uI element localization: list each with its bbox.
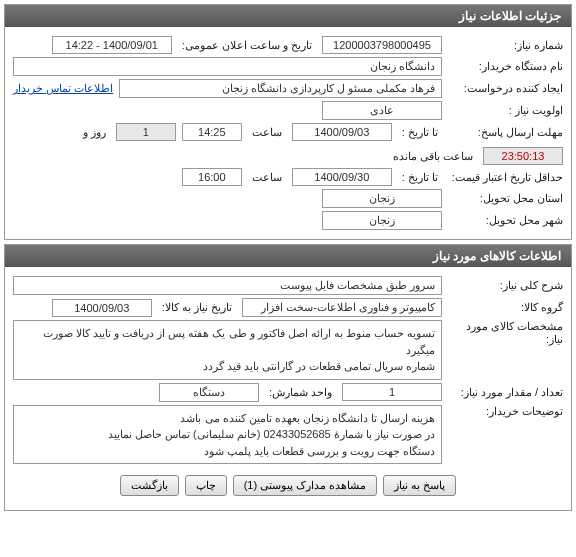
detail-panel: جزئیات اطلاعات نیاز شماره نیاز: 12000037…: [4, 4, 572, 240]
buyer-org-label: نام دستگاه خریدار:: [448, 60, 563, 73]
reply-time-value: 14:25: [182, 123, 242, 141]
buyer-notes-value: هزینه ارسال تا دانشگاه زنجان بعهده تامین…: [13, 405, 442, 465]
row-qty: تعداد / مقدار مورد نیاز: 1 واحد شمارش: د…: [13, 383, 563, 402]
req-no-value: 1200003798000495: [322, 36, 442, 54]
reply-button[interactable]: پاسخ به نیاز: [383, 475, 456, 496]
row-city: شهر محل تحویل: زنجان: [13, 211, 563, 230]
priority-label: اولویت نیاز :: [448, 104, 563, 117]
spec-value: تسویه حساب منوط به ارائه اصل فاکتور و طی…: [13, 320, 442, 380]
group-label: گروه کالا:: [448, 301, 563, 314]
row-reply-deadline: مهلت ارسال پاسخ: تا تاریخ : 1400/09/03 س…: [13, 123, 563, 165]
creator-value: فرهاد مکملی مسئو ل کارپردازی دانشگاه زنج…: [119, 79, 442, 98]
row-credit: حداقل تاریخ اعتبار قیمت: تا تاریخ : 1400…: [13, 168, 563, 186]
row-buyer-org: نام دستگاه خریدار: دانشگاه زنجان: [13, 57, 563, 76]
time-label-1: ساعت: [248, 126, 286, 139]
province-label: استان محل تحویل:: [448, 192, 563, 205]
province-value: زنجان: [322, 189, 442, 208]
goods-header: اطلاعات کالاهای مورد نیاز: [5, 245, 571, 267]
days-value: 1: [116, 123, 176, 141]
attachments-button[interactable]: مشاهده مدارک پیوستی (1): [233, 475, 378, 496]
print-button[interactable]: چاپ: [185, 475, 227, 496]
row-priority: اولویت نیاز : عادی: [13, 101, 563, 120]
row-creator: ایجاد کننده درخواست: فرهاد مکملی مسئو ل …: [13, 79, 563, 98]
contact-link[interactable]: اطلاعات تماس خریدار: [13, 82, 113, 95]
back-button[interactable]: بازگشت: [120, 475, 179, 496]
detail-header: جزئیات اطلاعات نیاز: [5, 5, 571, 27]
until-label-1: تا تاریخ :: [398, 126, 442, 139]
unit-label: واحد شمارش:: [265, 386, 336, 399]
priority-value: عادی: [322, 101, 442, 120]
row-province: استان محل تحویل: زنجان: [13, 189, 563, 208]
spec-label: مشخصات کالای مورد نیاز:: [448, 320, 563, 346]
row-buyer-notes: توضیحات خریدار: هزینه ارسال تا دانشگاه ز…: [13, 405, 563, 465]
reply-date-value: 1400/09/03: [292, 123, 392, 141]
desc-value: سرور طبق مشخصات فایل پیوست: [13, 276, 442, 295]
buyer-org-value: دانشگاه زنجان: [13, 57, 442, 76]
ann-date-label: تاریخ و ساعت اعلان عمومی:: [178, 39, 316, 52]
req-no-label: شماره نیاز:: [448, 39, 563, 52]
buyer-notes-label: توضیحات خریدار:: [448, 405, 563, 418]
countdown-value: 23:50:13: [483, 147, 563, 165]
button-row: پاسخ به نیاز مشاهده مدارک پیوستی (1) چاپ…: [13, 467, 563, 504]
qty-label: تعداد / مقدار مورد نیاز:: [448, 386, 563, 399]
creator-label: ایجاد کننده درخواست:: [448, 82, 563, 95]
detail-body: شماره نیاز: 1200003798000495 تاریخ و ساع…: [5, 27, 571, 239]
row-group: گروه کالا: کامپیوتر و فناوری اطلاعات-سخت…: [13, 298, 563, 317]
unit-value: دستگاه: [159, 383, 259, 402]
credit-date-value: 1400/09/30: [292, 168, 392, 186]
time-label-2: ساعت: [248, 171, 286, 184]
credit-label: حداقل تاریخ اعتبار قیمت:: [448, 171, 563, 184]
desc-label: شرح کلی نیاز:: [448, 279, 563, 292]
qty-value: 1: [342, 383, 442, 401]
row-req-no: شماره نیاز: 1200003798000495 تاریخ و ساع…: [13, 36, 563, 54]
city-label: شهر محل تحویل:: [448, 214, 563, 227]
days-label: روز و: [79, 126, 110, 139]
need-date-label: تاریخ نیاز به کالا:: [158, 301, 236, 314]
ann-date-value: 1400/09/01 - 14:22: [52, 36, 172, 54]
goods-panel: اطلاعات کالاهای مورد نیاز شرح کلی نیاز: …: [4, 244, 572, 511]
until-label-2: تا تاریخ :: [398, 171, 442, 184]
credit-time-value: 16:00: [182, 168, 242, 186]
group-value: کامپیوتر و فناوری اطلاعات-سخت افزار: [242, 298, 442, 317]
remain-label: ساعت باقی مانده: [389, 150, 477, 163]
goods-body: شرح کلی نیاز: سرور طبق مشخصات فایل پیوست…: [5, 267, 571, 510]
row-spec: مشخصات کالای مورد نیاز: تسویه حساب منوط …: [13, 320, 563, 380]
need-date-value: 1400/09/03: [52, 299, 152, 317]
reply-deadline-label: مهلت ارسال پاسخ:: [448, 126, 563, 139]
row-desc: شرح کلی نیاز: سرور طبق مشخصات فایل پیوست: [13, 276, 563, 295]
city-value: زنجان: [322, 211, 442, 230]
